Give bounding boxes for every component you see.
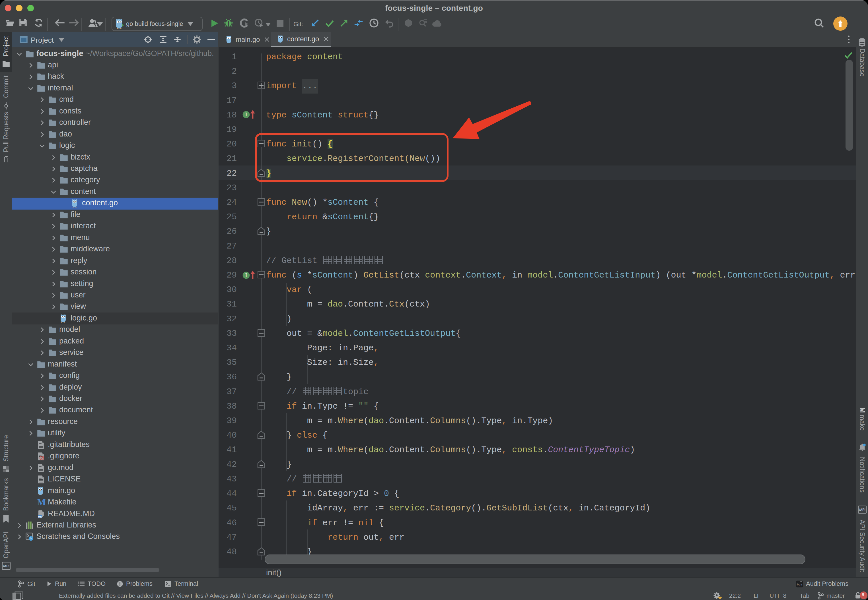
svg-text:/API: /API (797, 583, 802, 586)
svg-text:I: I (245, 273, 247, 278)
svg-text:MD: MD (38, 515, 42, 518)
svg-text:I: I (245, 112, 247, 117)
